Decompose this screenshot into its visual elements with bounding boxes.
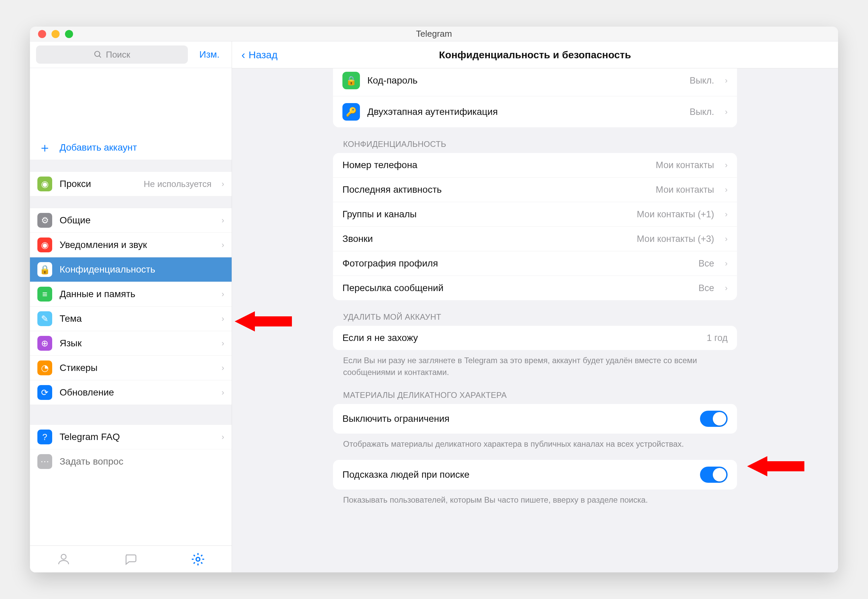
item-last-seen[interactable]: Последняя активность Мои контакты › bbox=[333, 177, 737, 202]
sidebar-item-update[interactable]: ⟳ Обновление › bbox=[30, 380, 232, 405]
sidebar-item-label: Общие bbox=[60, 215, 214, 226]
item-label: Фотография профиля bbox=[342, 258, 691, 269]
svg-point-2 bbox=[61, 554, 66, 559]
question-icon: ? bbox=[38, 429, 52, 444]
item-label: Последняя активность bbox=[342, 184, 649, 195]
group-security: 🔒 Код-пароль Выкл. › 🔑 Двухэтапная аутен… bbox=[333, 68, 737, 127]
group-header-delete: УДАЛИТЬ МОЙ АККАУНТ bbox=[333, 300, 737, 326]
globe-icon: ⊕ bbox=[38, 336, 52, 351]
toggle-disable-restrictions[interactable] bbox=[700, 411, 728, 427]
chevron-right-icon: › bbox=[222, 240, 224, 250]
sidebar-top: Поиск Изм. bbox=[30, 41, 232, 68]
item-suggest-people[interactable]: Подсказка людей при поиске bbox=[333, 460, 737, 489]
sidebar-item-general[interactable]: ⚙ Общие › bbox=[30, 208, 232, 232]
item-calls[interactable]: Звонки Мои контакты (+3) › bbox=[333, 226, 737, 251]
sidebar-separator bbox=[30, 160, 232, 172]
sidebar-item-data[interactable]: ≡ Данные и память › bbox=[30, 281, 232, 306]
group-header-privacy: КОНФИДЕНЦИАЛЬНОСТЬ bbox=[333, 127, 737, 153]
chevron-right-icon: › bbox=[222, 363, 224, 373]
group-delete-account: УДАЛИТЬ МОЙ АККАУНТ Если я не захожу 1 г… bbox=[333, 300, 737, 378]
main-panel: ‹ Назад Конфиденциальность и безопасност… bbox=[232, 41, 838, 572]
titlebar: Telegram bbox=[30, 27, 838, 41]
sidebar-item-label: Уведомления и звук bbox=[60, 239, 214, 250]
tab-contacts[interactable] bbox=[30, 546, 97, 572]
chevron-right-icon: › bbox=[722, 209, 728, 219]
two-step-value: Выкл. bbox=[689, 107, 714, 117]
item-value: Мои контакты (+3) bbox=[637, 234, 714, 244]
sidebar-item-faq[interactable]: ? Telegram FAQ › bbox=[30, 425, 232, 449]
shield-icon: ◉ bbox=[38, 176, 52, 191]
group-footer-suggest: Показывать пользователей, которым Вы час… bbox=[333, 489, 737, 506]
item-value: 1 год bbox=[707, 333, 728, 343]
sidebar-item-ask[interactable]: ⋯ Задать вопрос bbox=[30, 449, 232, 474]
sidebar-item-stickers[interactable]: ◔ Стикеры › bbox=[30, 355, 232, 380]
item-two-step[interactable]: 🔑 Двухэтапная аутентификация Выкл. › bbox=[333, 96, 737, 127]
passcode-label: Код-пароль bbox=[367, 75, 682, 86]
item-label: Номер телефона bbox=[342, 160, 649, 170]
add-account-label: Добавить аккаунт bbox=[60, 142, 224, 153]
app-body: Поиск Изм. ＋ Добавить аккаунт ◉ Прокси Н… bbox=[30, 41, 838, 572]
sidebar-item-label: Обновление bbox=[60, 387, 214, 398]
svg-point-3 bbox=[196, 557, 200, 561]
chevron-right-icon: › bbox=[222, 314, 224, 324]
chevron-right-icon: › bbox=[222, 339, 224, 348]
item-label: Подсказка людей при поиске bbox=[342, 469, 692, 480]
app-window: Telegram Поиск Изм. ＋ Добавить аккаунт bbox=[30, 27, 838, 572]
chevron-right-icon: › bbox=[722, 76, 728, 85]
sidebar-item-label: Задать вопрос bbox=[60, 456, 224, 467]
tab-chats[interactable] bbox=[97, 546, 165, 572]
main-scroll[interactable]: 🔒 Код-пароль Выкл. › 🔑 Двухэтапная аутен… bbox=[232, 68, 838, 572]
item-forward[interactable]: Пересылка сообщений Все › bbox=[333, 275, 737, 300]
search-placeholder: Поиск bbox=[106, 50, 130, 60]
card-delete: Если я не захожу 1 год bbox=[333, 326, 737, 350]
proxy-value: Не используется bbox=[144, 179, 214, 189]
chevron-right-icon: › bbox=[222, 388, 224, 397]
toggle-suggest-people[interactable] bbox=[700, 467, 728, 483]
sidebar-scroll[interactable]: ＋ Добавить аккаунт ◉ Прокси Не используе… bbox=[30, 68, 232, 545]
sidebar-item-notifications[interactable]: ◉ Уведомления и звук › bbox=[30, 232, 232, 257]
group-privacy: КОНФИДЕНЦИАЛЬНОСТЬ Номер телефона Мои ко… bbox=[333, 127, 737, 300]
database-icon: ≡ bbox=[38, 287, 52, 301]
minimize-window-button[interactable] bbox=[51, 30, 60, 38]
sidebar-separator bbox=[30, 405, 232, 425]
item-disable-restrictions[interactable]: Выключить ограничения bbox=[333, 404, 737, 433]
sidebar-item-language[interactable]: ⊕ Язык › bbox=[30, 331, 232, 355]
search-input[interactable]: Поиск bbox=[36, 45, 188, 64]
item-label: Группы и каналы bbox=[342, 209, 629, 220]
proxy-label: Прокси bbox=[60, 179, 137, 189]
card-security: 🔒 Код-пароль Выкл. › 🔑 Двухэтапная аутен… bbox=[333, 68, 737, 127]
chevron-right-icon: › bbox=[222, 215, 224, 225]
sidebar-item-label: Данные и память bbox=[60, 289, 214, 300]
gear-icon: ⚙ bbox=[38, 213, 52, 228]
item-passcode[interactable]: 🔒 Код-пароль Выкл. › bbox=[333, 68, 737, 96]
edit-button[interactable]: Изм. bbox=[193, 49, 225, 60]
item-label: Если я не захожу bbox=[342, 333, 699, 343]
tab-settings[interactable] bbox=[164, 546, 232, 572]
brush-icon: ✎ bbox=[38, 311, 52, 326]
sidebar-item-label: Тема bbox=[60, 313, 214, 324]
passcode-value: Выкл. bbox=[689, 75, 714, 86]
chats-icon bbox=[123, 552, 138, 567]
sidebar-item-privacy[interactable]: 🔒 Конфиденциальность bbox=[30, 257, 232, 281]
item-groups[interactable]: Группы и каналы Мои контакты (+1) › bbox=[333, 202, 737, 226]
chevron-right-icon: › bbox=[722, 234, 728, 244]
add-account-button[interactable]: ＋ Добавить аккаунт bbox=[30, 135, 232, 160]
chevron-right-icon: › bbox=[722, 107, 728, 117]
fullscreen-window-button[interactable] bbox=[65, 30, 73, 38]
sidebar-item-proxy[interactable]: ◉ Прокси Не используется › bbox=[30, 172, 232, 196]
search-icon bbox=[94, 50, 102, 59]
item-phone[interactable]: Номер телефона Мои контакты › bbox=[333, 153, 737, 177]
back-button[interactable]: ‹ Назад bbox=[232, 48, 278, 61]
group-suggest: Подсказка людей при поиске Показывать по… bbox=[333, 460, 737, 506]
sidebar-separator bbox=[30, 196, 232, 208]
item-delete-if-away[interactable]: Если я не захожу 1 год bbox=[333, 326, 737, 350]
item-label: Выключить ограничения bbox=[342, 413, 692, 424]
sidebar-item-theme[interactable]: ✎ Тема › bbox=[30, 306, 232, 331]
close-window-button[interactable] bbox=[38, 30, 46, 38]
main-header: ‹ Назад Конфиденциальность и безопасност… bbox=[232, 41, 838, 68]
chevron-left-icon: ‹ bbox=[242, 48, 245, 61]
item-profile-photo[interactable]: Фотография профиля Все › bbox=[333, 251, 737, 275]
settings-icon bbox=[191, 552, 206, 567]
group-footer-delete: Если Вы ни разу не заглянете в Telegram … bbox=[333, 350, 737, 378]
card-suggest: Подсказка людей при поиске bbox=[333, 460, 737, 489]
